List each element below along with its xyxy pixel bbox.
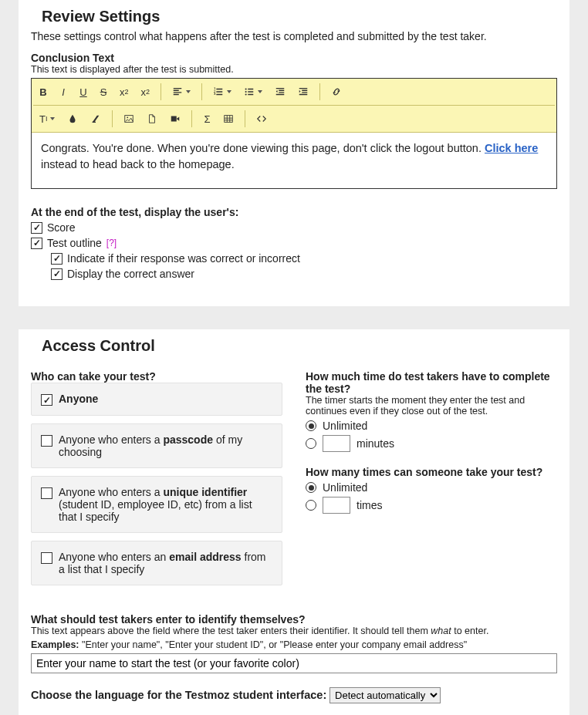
indicate-checkbox[interactable] [51, 253, 63, 265]
unique-id-checkbox[interactable] [41, 487, 52, 499]
superscript-button[interactable]: x2 [113, 82, 135, 102]
email-checkbox[interactable] [41, 552, 52, 564]
indicate-label: Indicate if their response was correct o… [67, 252, 300, 265]
code-button[interactable] [250, 109, 273, 129]
outline-help-icon[interactable]: [?] [106, 238, 117, 248]
identify-question: What should test takers enter to identif… [31, 613, 557, 626]
italic-button[interactable]: I [53, 82, 73, 102]
clear-format-button[interactable] [84, 109, 107, 129]
passcode-checkbox[interactable] [41, 435, 52, 447]
svg-rect-9 [225, 116, 233, 123]
text-format-button[interactable]: TI [33, 109, 61, 129]
language-select[interactable]: Detect automatically [329, 687, 441, 703]
identify-hint: This text appears above the field where … [31, 626, 557, 636]
identify-input[interactable] [31, 653, 557, 673]
editor-content-area[interactable]: Congrats. You're done. When you're done … [32, 133, 556, 188]
score-checkbox[interactable] [31, 222, 42, 234]
table-button[interactable] [217, 109, 240, 129]
strike-button[interactable]: S [93, 82, 113, 102]
attempts-question: How many times can someone take your tes… [306, 466, 557, 478]
link-button[interactable] [325, 82, 348, 102]
times-label: times [357, 499, 382, 511]
minutes-input[interactable] [323, 435, 350, 452]
editor-toolbar: B I U S x2 x2 123 [32, 79, 556, 133]
display-correct-checkbox[interactable] [51, 268, 63, 280]
ordered-list-button[interactable]: 123 [207, 82, 238, 102]
review-heading: Review Settings [31, 0, 557, 29]
attempts-unlimited-label: Unlimited [323, 481, 367, 494]
svg-rect-8 [171, 116, 177, 122]
option-anyone[interactable]: Anyone [31, 383, 282, 416]
time-hint: The timer starts the moment they enter t… [306, 395, 557, 417]
video-button[interactable] [164, 109, 187, 129]
conclusion-hint: This text is displayed after the test is… [31, 64, 557, 75]
access-control-panel: Access Control Who can take your test? A… [19, 329, 569, 715]
option-email[interactable]: Anyone who enters an email address from … [31, 541, 282, 585]
time-unlimited-radio[interactable] [306, 420, 316, 431]
svg-point-4 [245, 91, 247, 93]
time-question: How much time do test takers have to com… [306, 370, 557, 395]
svg-point-7 [127, 116, 129, 118]
editor-link[interactable]: Click here [485, 142, 538, 154]
minutes-label: minutes [357, 437, 394, 450]
svg-point-3 [245, 88, 247, 89]
display-correct-label: Display the correct answer [67, 268, 194, 280]
who-question: Who can take your test? [31, 370, 282, 383]
attempts-times-radio[interactable] [306, 500, 316, 511]
option-passcode[interactable]: Anyone who enters a passcode of my choos… [31, 423, 282, 468]
editor-text-post: instead to head back to the homepage. [41, 158, 235, 170]
review-desc: These settings control what happens afte… [31, 30, 557, 42]
anyone-label: Anyone [59, 393, 98, 405]
review-settings-panel: Review Settings These settings control w… [19, 0, 569, 306]
end-of-test-label: At the end of the test, display the user… [31, 206, 557, 218]
unordered-list-button[interactable] [238, 82, 269, 102]
align-button[interactable] [166, 82, 197, 102]
svg-point-5 [245, 93, 247, 95]
access-heading: Access Control [31, 329, 557, 358]
outline-checkbox[interactable] [31, 238, 42, 249]
editor-text-pre: Congrats. You're done. When you're done … [41, 142, 485, 154]
rich-text-editor: B I U S x2 x2 123 [31, 78, 557, 189]
identify-examples: Examples: "Enter your name", "Enter your… [31, 639, 557, 650]
formula-button[interactable]: Σ [197, 109, 217, 129]
bold-button[interactable]: B [33, 82, 53, 102]
conclusion-label: Conclusion Text [31, 52, 557, 64]
score-label: Score [47, 221, 76, 234]
file-button[interactable] [140, 109, 164, 129]
time-column: How much time do test takers have to com… [306, 370, 557, 593]
language-label: Choose the language for the Testmoz stud… [31, 689, 326, 701]
time-minutes-radio[interactable] [306, 438, 316, 449]
times-input[interactable] [323, 497, 350, 514]
subscript-button[interactable]: x2 [135, 82, 157, 102]
underline-button[interactable]: U [73, 82, 93, 102]
svg-text:3: 3 [214, 92, 216, 96]
outline-label: Test outline [47, 237, 102, 249]
outdent-button[interactable] [269, 82, 292, 102]
time-unlimited-label: Unlimited [323, 420, 367, 432]
who-column: Who can take your test? Anyone Anyone wh… [31, 370, 282, 593]
option-unique-id[interactable]: Anyone who enters a unique identifier (s… [31, 476, 282, 533]
anyone-checkbox[interactable] [41, 394, 52, 406]
image-button[interactable] [117, 109, 140, 129]
attempts-unlimited-radio[interactable] [306, 482, 316, 493]
text-color-button[interactable] [61, 109, 84, 129]
indent-button[interactable] [292, 82, 315, 102]
